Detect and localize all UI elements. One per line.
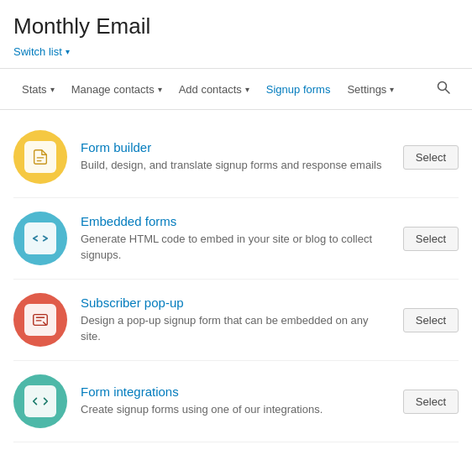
nav-chevron-stats: ▾ [50,85,55,94]
nav-label-signup-forms: Signup forms [266,83,331,96]
form-integrations-select-button[interactable]: Select [403,390,459,414]
form-integrations-icon-inner [24,385,56,417]
form-integrations-description: Create signup forms using one of our int… [81,402,390,417]
form-builder-info: Form builder Build, design, and translat… [81,140,390,173]
subscriber-popup-description: Design a pop-up signup form that can be … [81,313,390,343]
nav-label-settings: Settings [347,83,386,96]
switch-list-button[interactable]: Switch list ▾ [13,45,70,58]
nav-chevron-settings: ▾ [390,85,394,94]
form-builder-title[interactable]: Form builder [81,140,390,154]
nav-chevron-add-contacts: ▾ [245,85,249,94]
embedded-forms-description: Generate HTML code to embed in your site… [81,232,390,262]
list-item: Embedded forms Generate HTML code to emb… [13,198,459,280]
nav-chevron-manage-contacts: ▾ [158,85,162,94]
list-item: Form integrations Create signup forms us… [13,361,459,442]
subscriber-popup-title[interactable]: Subscriber pop-up [81,296,390,310]
nav-item-settings[interactable]: Settings ▾ [338,78,402,101]
search-icon [437,81,450,94]
embedded-forms-icon-circle [13,212,67,265]
list-item: Subscriber pop-up Design a pop-up signup… [13,280,459,361]
nav-label-stats: Stats [22,83,47,96]
embedded-forms-info: Embedded forms Generate HTML code to emb… [81,214,390,262]
search-button[interactable] [428,76,459,102]
embedded-forms-icon [31,229,50,248]
page-title: Monthly Email [13,13,459,39]
subscriber-popup-icon-circle [13,293,67,347]
switch-list-chevron: ▾ [66,47,70,56]
nav-label-manage-contacts: Manage contacts [71,83,155,96]
form-integrations-icon-circle [13,374,67,428]
switch-list-label: Switch list [13,45,62,58]
nav-label-add-contacts: Add contacts [179,83,242,96]
form-builder-icon [31,148,50,166]
subscriber-popup-icon-inner [24,304,56,336]
nav-bar: Stats ▾ Manage contacts ▾ Add contacts ▾… [0,68,472,110]
form-builder-icon-inner [24,141,56,173]
nav-item-manage-contacts[interactable]: Manage contacts ▾ [63,78,170,101]
header: Monthly Email Switch list ▾ [0,0,472,68]
embedded-forms-select-button[interactable]: Select [403,227,459,251]
form-builder-icon-circle [13,130,67,184]
nav-item-add-contacts[interactable]: Add contacts ▾ [170,78,258,101]
form-integrations-info: Form integrations Create signup forms us… [81,384,390,417]
subscriber-popup-select-button[interactable]: Select [403,308,459,332]
list-item: Form builder Build, design, and translat… [13,117,459,198]
form-integrations-title[interactable]: Form integrations [81,384,390,399]
nav-item-stats[interactable]: Stats ▾ [13,78,63,101]
embedded-forms-icon-inner [24,222,56,254]
forms-list: Form builder Build, design, and translat… [0,110,472,449]
embedded-forms-title[interactable]: Embedded forms [81,214,390,228]
subscriber-popup-info: Subscriber pop-up Design a pop-up signup… [81,296,390,343]
form-builder-select-button[interactable]: Select [403,145,459,170]
form-integrations-icon [31,392,50,411]
form-builder-description: Build, design, and translate signup form… [81,158,390,173]
subscriber-popup-icon [31,311,50,329]
svg-line-1 [446,90,450,94]
nav-item-signup-forms[interactable]: Signup forms [258,78,339,101]
